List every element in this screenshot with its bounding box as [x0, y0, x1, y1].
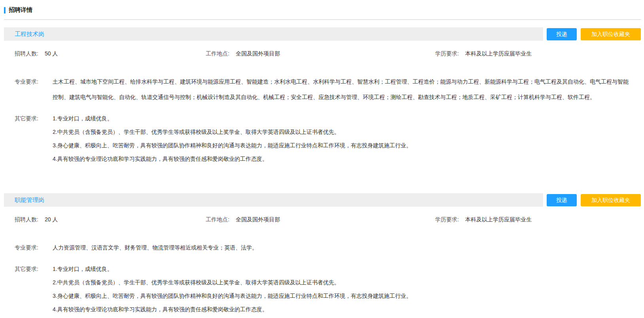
location-label: 工作地点: [206, 50, 229, 57]
education-field: 学历要求: 本科及以上学历应届毕业生 [435, 216, 532, 223]
requirement-item: 3.身心健康、积极向上、吃苦耐劳，具有较强的团队协作精神和良好的沟通与表达能力，… [53, 293, 630, 299]
headcount-label: 招聘人数: [15, 216, 38, 223]
requirement-item: 4.具有较强的专业理论功底和学习实践能力，具有较强的责任感和爱岗敬业的工作态度。 [53, 306, 630, 313]
job-header: 工程技术岗 投递 加入职位收藏夹 [4, 27, 641, 41]
other-label: 其它要求: [15, 266, 46, 313]
major-label: 专业要求: [15, 240, 46, 255]
location-value: 全国及国外项目部 [236, 50, 280, 57]
requirement-item: 2.中共党员（含预备党员）、学生干部、优秀学生等或获得校级及以上奖学金、取得大学… [53, 279, 630, 286]
other-requirements-list: 1.专业对口，成绩优良。 2.中共党员（含预备党员）、学生干部、优秀学生等或获得… [53, 266, 630, 313]
major-value: 人力资源管理、汉语言文学、财务管理、物流管理等相近或相关专业；英语、法学。 [53, 240, 630, 255]
headcount-field: 招聘人数: 20 人 [15, 216, 206, 223]
other-requirements-list: 1.专业对口，成绩优良。 2.中共党员（含预备党员）、学生干部、优秀学生等或获得… [53, 115, 630, 162]
location-field: 工作地点: 全国及国外项目部 [206, 216, 435, 223]
requirement-item: 2.中共党员（含预备党员）、学生干部、优秀学生等或获得校级及以上奖学金、取得大学… [53, 129, 630, 135]
education-value: 本科及以上学历应届毕业生 [465, 50, 532, 57]
recruitment-detail-page: 招聘详情 工程技术岗 投递 加入职位收藏夹 招聘人数: 50 人 工作地点: 全… [0, 0, 644, 317]
location-value: 全国及国外项目部 [236, 216, 280, 223]
other-requirements-row: 其它要求: 1.专业对口，成绩优良。 2.中共党员（含预备党员）、学生干部、优秀… [15, 115, 630, 162]
location-label: 工作地点: [206, 216, 229, 223]
headcount-field: 招聘人数: 50 人 [15, 50, 206, 57]
other-label: 其它要求: [15, 115, 46, 162]
job-title: 工程技术岗 [15, 30, 44, 38]
page-header: 招聘详情 [4, 6, 641, 14]
education-label: 学历要求: [435, 216, 459, 223]
job-header: 职能管理岗 投递 加入职位收藏夹 [4, 193, 641, 207]
major-value: 土木工程、城市地下空间工程、给排水科学与工程、建筑环境与能源应用工程、智能建造；… [53, 74, 630, 105]
location-field: 工作地点: 全国及国外项目部 [206, 50, 435, 57]
header-divider [4, 19, 641, 20]
job-card-engineering: 工程技术岗 投递 加入职位收藏夹 招聘人数: 50 人 工作地点: 全国及国外项… [4, 27, 641, 162]
apply-button[interactable]: 投递 [547, 194, 577, 206]
add-to-favorites-button[interactable]: 加入职位收藏夹 [581, 28, 641, 40]
headcount-value: 20 人 [45, 216, 58, 223]
job-title-bar: 职能管理岗 [4, 193, 543, 207]
requirement-item: 4.具有较强的专业理论功底和学习实践能力，具有较强的责任感和爱岗敬业的工作态度。 [53, 156, 630, 162]
major-label: 专业要求: [15, 74, 46, 89]
education-field: 学历要求: 本科及以上学历应届毕业生 [435, 50, 532, 57]
requirement-item: 3.身心健康、积极向上、吃苦耐劳，具有较强的团队协作精神和良好的沟通与表达能力，… [53, 142, 630, 149]
job-info-row: 招聘人数: 50 人 工作地点: 全国及国外项目部 学历要求: 本科及以上学历应… [15, 50, 630, 57]
major-requirements-row: 专业要求: 人力资源管理、汉语言文学、财务管理、物流管理等相近或相关专业；英语、… [15, 240, 630, 255]
headcount-label: 招聘人数: [15, 50, 38, 57]
requirement-item: 1.专业对口，成绩优良。 [53, 115, 630, 122]
job-body: 招聘人数: 50 人 工作地点: 全国及国外项目部 学历要求: 本科及以上学历应… [4, 41, 641, 162]
major-requirements-row: 专业要求: 土木工程、城市地下空间工程、给排水科学与工程、建筑环境与能源应用工程… [15, 74, 630, 105]
education-value: 本科及以上学历应届毕业生 [465, 216, 532, 223]
page-title: 招聘详情 [9, 6, 32, 14]
job-card-management: 职能管理岗 投递 加入职位收藏夹 招聘人数: 20 人 工作地点: 全国及国外项… [4, 193, 641, 313]
other-requirements-row: 其它要求: 1.专业对口，成绩优良。 2.中共党员（含预备党员）、学生干部、优秀… [15, 266, 630, 313]
job-info-row: 招聘人数: 20 人 工作地点: 全国及国外项目部 学历要求: 本科及以上学历应… [15, 216, 630, 223]
title-marker [4, 7, 6, 13]
job-title: 职能管理岗 [15, 196, 44, 204]
requirement-item: 1.专业对口，成绩优良。 [53, 266, 630, 272]
headcount-value: 50 人 [45, 50, 58, 57]
add-to-favorites-button[interactable]: 加入职位收藏夹 [581, 194, 641, 206]
apply-button[interactable]: 投递 [547, 28, 577, 40]
job-body: 招聘人数: 20 人 工作地点: 全国及国外项目部 学历要求: 本科及以上学历应… [4, 207, 641, 313]
job-title-bar: 工程技术岗 [4, 27, 543, 41]
education-label: 学历要求: [435, 50, 459, 57]
